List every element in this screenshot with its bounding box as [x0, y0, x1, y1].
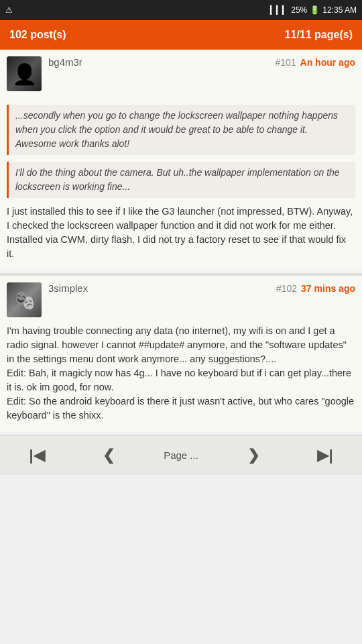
post-body: ...secondly when you go to change the lo… — [7, 97, 355, 261]
next-page-button[interactable]: ❯ — [238, 441, 269, 470]
prev-icon: ❮ — [103, 447, 115, 464]
post-card: bg4m3r #101 An hour ago ...secondly when… — [0, 50, 362, 270]
post-header: bg4m3r #101 An hour ago — [7, 56, 355, 91]
post-count: 102 post(s) — [9, 29, 66, 41]
signal-icon: ▎▎▎ — [270, 5, 288, 15]
post-text: I just installed this to see if I like t… — [7, 205, 355, 261]
post-number: #101 — [275, 57, 296, 68]
avatar — [7, 56, 42, 91]
post-time: An hour ago — [300, 57, 355, 68]
last-page-button[interactable]: ▶| — [308, 441, 342, 470]
avatar — [7, 282, 42, 317]
content-area: bg4m3r #101 An hour ago ...secondly when… — [0, 50, 362, 432]
prev-page-button[interactable]: ❮ — [93, 441, 124, 470]
post-text: I'm having trouble connecting any data (… — [7, 324, 355, 423]
status-bar: ⚠ ▎▎▎ 25% 🔋 12:35 AM — [0, 0, 362, 20]
post-num-time: #102 37 mins ago — [276, 283, 355, 294]
post-body: I'm having trouble connecting any data (… — [7, 323, 355, 423]
post-meta: 3simplex #102 37 mins ago — [48, 282, 355, 294]
clock: 12:35 AM — [322, 5, 357, 15]
post-header: 3simplex #102 37 mins ago — [7, 282, 355, 317]
first-page-icon: |◀ — [29, 447, 44, 464]
bottom-nav: |◀ ❮ Page ... ❯ ▶| — [0, 435, 362, 475]
post-meta: bg4m3r #101 An hour ago — [48, 56, 355, 68]
page-label[interactable]: Page ... — [164, 449, 198, 461]
post-card: 3simplex #102 37 mins ago I'm having tro… — [0, 276, 362, 432]
first-page-button[interactable]: |◀ — [19, 441, 54, 470]
quote-block: ...secondly when you go to change the lo… — [7, 105, 355, 155]
app-bar: 102 post(s) 11/11 page(s) — [0, 20, 362, 50]
username[interactable]: 3simplex — [48, 282, 88, 294]
next-icon: ❯ — [247, 447, 259, 464]
battery-icon: 🔋 — [310, 5, 320, 15]
last-page-icon: ▶| — [317, 447, 333, 464]
username[interactable]: bg4m3r — [48, 56, 82, 68]
post-num-time: #101 An hour ago — [275, 57, 355, 68]
post-number: #102 — [276, 283, 297, 294]
battery-level: 25% — [291, 5, 307, 15]
post-time: 37 mins ago — [301, 283, 355, 294]
warning-icon: ⚠ — [5, 5, 13, 15]
reply-block: I'll do the thing about the camera. But … — [7, 162, 355, 198]
page-info: 11/11 page(s) — [285, 29, 353, 41]
